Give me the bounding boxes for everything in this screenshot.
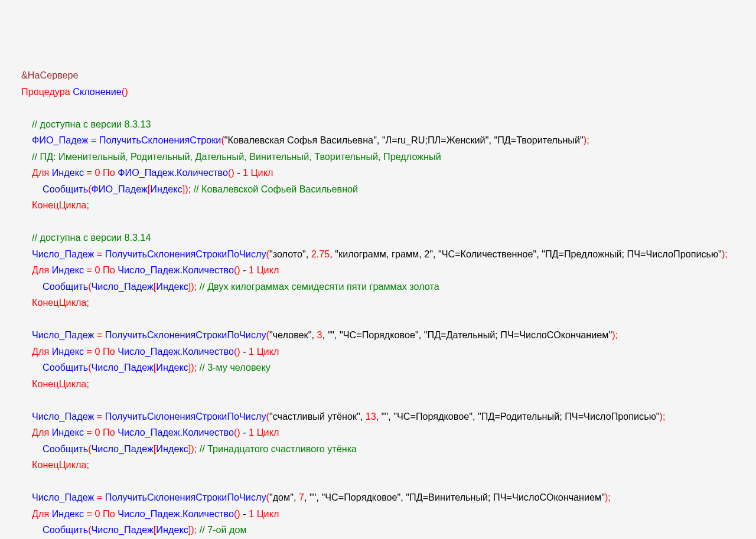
code-block: &НаСервере Процедура Склонение() // дост…: [21, 67, 756, 539]
